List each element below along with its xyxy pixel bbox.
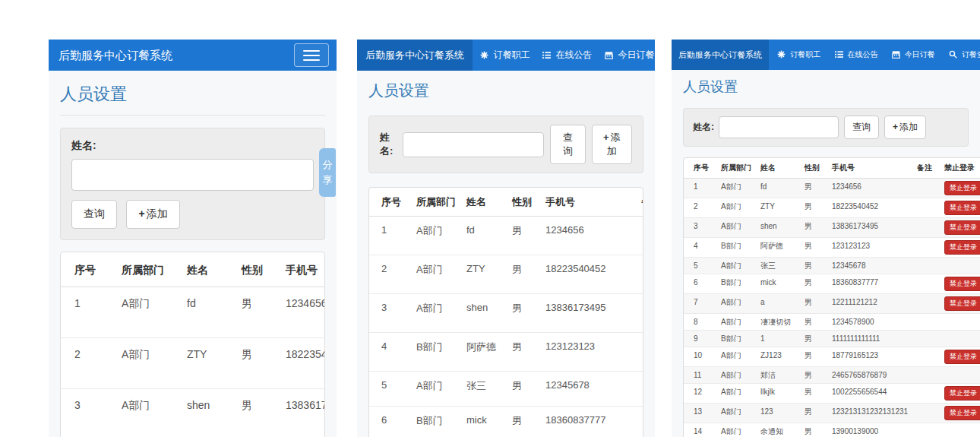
name-input[interactable] [403,132,544,157]
cell-phone: 18360837777 [828,274,913,294]
navbar: 后勤服务中心订餐系统 [49,40,337,71]
cell-phone: 12345678 [541,372,637,407]
cell-name: ZTY [462,255,507,294]
cell-note [913,314,940,331]
header-no: 序号 [684,158,717,179]
header-phone: 手机号 [280,252,324,287]
forbid-login-button[interactable]: 禁止登录 [944,181,980,195]
forbid-login-button[interactable]: 禁止登录 [944,406,980,420]
cell-name: 1 [757,331,801,347]
cell-name: ZJ123 [757,347,801,367]
forbid-login-button[interactable]: 禁止登录 [944,220,980,235]
cell-gender: 男 [801,198,828,218]
table-row: 12A部门llkjlk男1002255656544禁止登录2017/10/4 1… [684,384,980,404]
cell-forbid: 禁止登录 [940,347,980,367]
header-note: 备注 [913,158,940,179]
cell-dept: A部门 [412,294,462,333]
navbar-brand[interactable]: 后勤服务中心订餐系统 [357,40,473,71]
cell-dept: A部门 [717,347,757,367]
nav-item-announcements[interactable]: 在线公告 [538,40,596,71]
table-row: 8A部门凄凄切切男12345789002017/10/17 1 [684,314,980,331]
add-button[interactable]: +添加 [884,116,926,139]
cell-note [913,179,940,198]
cell-gender: 男 [801,258,828,274]
cell-gender: 男 [801,404,828,423]
cell-no: 4 [369,333,412,372]
hamburger-menu-button[interactable] [294,43,329,67]
cell-gender: 男 [801,367,828,384]
name-input[interactable] [71,159,314,191]
page-title: 人员设置 [368,81,643,101]
cell-phone: 18360837777 [541,407,637,437]
cell-gender: 男 [507,255,541,294]
cell-name: 凄凄切切 [757,314,801,331]
cell-note [913,423,940,437]
query-button[interactable]: 查询 [550,125,585,164]
forbid-login-button[interactable]: 禁止登录 [944,240,980,255]
cell-dept: A部门 [412,372,462,407]
cell-note [913,198,940,218]
cell-dept: A部门 [115,287,181,338]
staff-table: 序号 所属部门 姓名 性别 手机号 1A部门fd男12346562A部门ZTY男… [61,252,324,437]
cell-note [637,372,643,407]
nav-item-order-staff[interactable]: 订餐职工 [476,40,534,71]
table-row: 13A部门123男123213131232131231禁止登录2017/9/29… [684,404,980,423]
navbar-brand[interactable]: 后勤服务中心订餐系统 [49,40,182,71]
cell-no: 5 [369,372,412,407]
nav-item-order-staff[interactable]: 订餐职工 [772,40,826,70]
cell-name: 张三 [462,372,507,407]
forbid-login-button[interactable]: 禁止登录 [944,386,980,401]
staff-table-card: 序号 所属部门 姓名 性别 手机号 备注 禁止登录 1A部门fd男1234656… [368,187,643,437]
cell-name: 阿萨德 [757,238,801,258]
cell-dept: A部门 [717,404,757,423]
forbid-login-button[interactable]: 禁止登录 [944,277,980,291]
add-button[interactable]: +添加 [126,200,179,229]
cell-note [913,294,940,314]
cell-dept: A部门 [412,255,462,294]
cell-phone: 13836173495 [280,389,324,437]
cell-dept: A部门 [717,218,757,238]
cell-phone: 13836173495 [828,218,913,238]
cell-gender: 男 [236,338,280,389]
nav-item-today-orders[interactable]: 今日订餐 [887,40,940,70]
calendar-icon [892,41,900,70]
query-button[interactable]: 查询 [844,116,879,139]
cell-gender: 男 [801,274,828,294]
table-row: 6B部门mick男18360837777禁止登录 [369,407,643,437]
share-tab[interactable]: 分享 [319,148,336,197]
cell-phone: 1002255656544 [828,384,913,404]
cell-dept: B部门 [717,238,757,258]
cell-name: 余通知 [757,423,801,437]
query-button[interactable]: 查询 [71,200,117,229]
cell-dept: A部门 [717,179,757,198]
name-input[interactable] [719,116,839,138]
cell-dept: A部门 [115,389,181,437]
cell-phone: 12345678 [828,258,913,274]
forbid-login-button[interactable]: 禁止登录 [944,296,980,311]
header-no: 序号 [369,188,412,217]
table-row: 3A部门shen男13836173495禁止登录2017/10/21 1 [684,218,980,238]
cell-gender: 男 [801,238,828,258]
header-gender: 性别 [507,188,541,217]
forbid-login-button[interactable]: 禁止登录 [944,350,980,364]
navbar-brand[interactable]: 后勤服务中心订餐系统 [672,40,769,70]
cell-forbid: 禁止登录 [940,238,980,258]
cell-note [913,238,940,258]
header-dept: 所属部门 [412,188,462,217]
cell-dept: B部门 [717,274,757,294]
calendar-icon [605,41,613,71]
header-dept: 所属部门 [115,252,181,287]
nav-item-announcements[interactable]: 在线公告 [830,40,884,70]
plus-icon: + [138,207,144,220]
query-form: 姓名: 查询 +添加 [683,108,969,147]
cell-no: 2 [61,338,115,389]
cell-gender: 男 [507,217,541,255]
cell-gender: 男 [801,384,828,404]
forbid-login-button[interactable]: 禁止登录 [944,201,980,215]
add-button[interactable]: +添加 [592,125,632,164]
nav-item-order-search[interactable]: 订餐查询 [944,40,980,70]
nav-item-today-orders[interactable]: 今日订餐 [600,40,655,71]
search-icon [949,41,957,70]
cell-note [913,347,940,367]
table-row: 1A部门fd男1234656禁止登录 [369,217,643,255]
